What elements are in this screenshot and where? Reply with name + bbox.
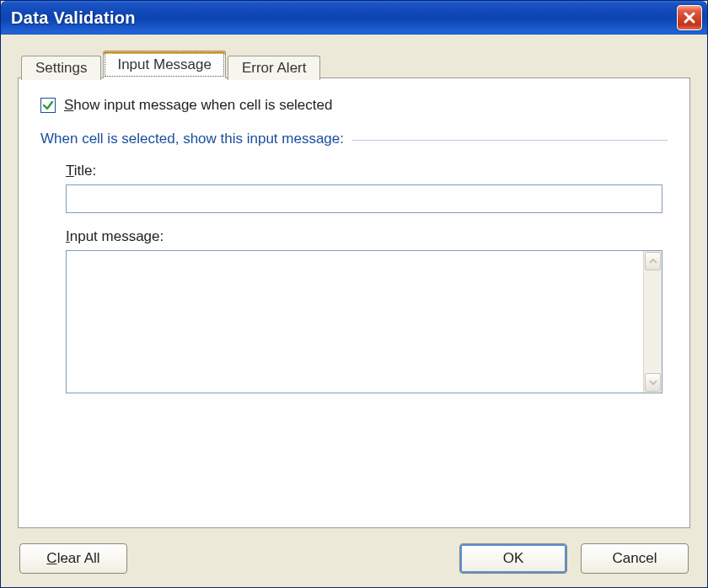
window-title: Data Validation <box>11 8 136 28</box>
title-input[interactable] <box>66 184 662 213</box>
input-message-label: Input message: <box>66 228 662 245</box>
title-field-block: Title: <box>40 163 668 213</box>
tabstrip: Settings Input Message Error Alert <box>21 50 690 78</box>
close-button[interactable] <box>677 5 702 30</box>
tab-settings[interactable]: Settings <box>21 56 101 80</box>
data-validation-dialog: Data Validation Settings Input Message E… <box>0 0 708 588</box>
show-input-message-row: Show input message when cell is selected <box>40 97 668 114</box>
button-row: Clear All OK Cancel <box>18 543 690 574</box>
section-header: When cell is selected, show this input m… <box>40 131 668 147</box>
chevron-down-icon <box>649 379 657 386</box>
show-input-message-label: Show input message when cell is selected <box>64 97 332 114</box>
titlebar: Data Validation <box>1 1 707 35</box>
tab-panel-input-message: Show input message when cell is selected… <box>18 78 690 528</box>
input-message-textarea[interactable] <box>67 251 643 393</box>
cancel-button[interactable]: Cancel <box>581 543 689 574</box>
show-input-message-checkbox[interactable] <box>40 98 56 113</box>
close-icon <box>683 11 696 24</box>
title-label: Title: <box>66 163 662 179</box>
right-button-group: OK Cancel <box>459 543 689 574</box>
dialog-body: Settings Input Message Error Alert Show … <box>1 35 707 587</box>
tab-input-message[interactable]: Input Message <box>103 51 226 78</box>
checkmark-icon <box>42 99 54 111</box>
input-message-textarea-wrap <box>66 250 662 393</box>
input-message-field-block: Input message: <box>40 228 668 393</box>
clear-all-button[interactable]: Clear All <box>19 543 127 574</box>
textarea-scrollbar[interactable] <box>643 251 662 393</box>
scroll-down-button[interactable] <box>645 373 661 392</box>
section-header-line <box>352 140 668 141</box>
chevron-up-icon <box>649 258 657 265</box>
scroll-up-button[interactable] <box>645 252 661 270</box>
tab-error-alert[interactable]: Error Alert <box>228 56 321 80</box>
ok-button[interactable]: OK <box>459 543 567 574</box>
section-header-text: When cell is selected, show this input m… <box>40 131 344 147</box>
